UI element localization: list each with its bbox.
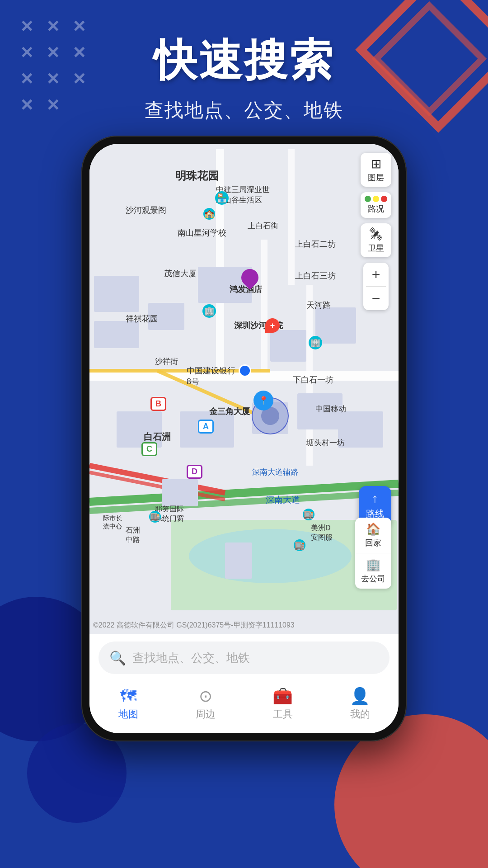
map-label-tangcun: 塘头村一坊 <box>306 438 345 448</box>
tab-nearby-label: 周边 <box>196 708 216 721</box>
zoom-in-button[interactable]: + <box>363 263 389 286</box>
svg-rect-4 <box>216 149 224 375</box>
map-label-shennan-fu: 深南大道辅路 <box>252 467 298 477</box>
map-controls: ⊞ 图层 路况 🛰 卫星 <box>361 153 391 310</box>
satellite-control[interactable]: 🛰 卫星 <box>361 223 391 257</box>
sub-title: 查找地点、公交、地铁 <box>145 98 343 123</box>
nearby-tab-icon: ⊙ <box>199 687 212 706</box>
svg-rect-25 <box>162 479 198 506</box>
map-label-maoxin: 茂信大厦 <box>164 268 197 279</box>
search-bar[interactable]: 🔍 查找地点、公交、地铁 <box>99 642 389 674</box>
layers-icon: ⊞ <box>371 156 381 171</box>
zoom-out-button[interactable]: − <box>363 287 389 310</box>
tab-mine-label: 我的 <box>350 708 370 721</box>
map-label-xiangqi: 祥祺花园 <box>126 313 158 324</box>
poi-pin-hospital[interactable]: + <box>265 318 280 333</box>
map-tab-icon: 🗺 <box>120 687 136 706</box>
tab-map-label: 地图 <box>118 708 138 721</box>
home-icon: 🏠 <box>366 522 380 536</box>
map-label-shizhou: 石洲中路 <box>126 526 140 545</box>
svg-rect-18 <box>270 330 306 362</box>
main-title: 快速搜索 <box>154 32 334 90</box>
svg-rect-15 <box>94 321 139 348</box>
svg-rect-7 <box>261 240 267 375</box>
svg-rect-19 <box>315 307 356 344</box>
map-label-meiz: 美洲D安图服 <box>311 524 333 542</box>
phone-mockup: B A C D 明珠花园 沙河观景阁 中建三局深业世纪山谷生活区 南山星河学校 … <box>81 136 407 741</box>
route-icon: ↑ <box>372 491 378 506</box>
svg-rect-24 <box>338 411 383 448</box>
home-shortcut[interactable]: 🏠 回家 <box>355 518 391 553</box>
tab-tools[interactable]: 🧰 工具 <box>244 687 321 725</box>
poi-pin-2[interactable]: 🏢 <box>202 304 216 318</box>
metro-badge-C: C <box>141 442 157 456</box>
poi-pin-1[interactable]: 🏪 <box>215 191 229 205</box>
map-label-shahe: 沙河观景阁 <box>126 205 166 216</box>
company-shortcut[interactable]: 🏢 去公司 <box>355 553 391 589</box>
map-label-bs3: 上白石三坊 <box>295 270 336 281</box>
header-area: 快速搜索 查找地点、公交、地铁 <box>0 0 488 123</box>
map-label-bs2: 上白石二坊 <box>295 239 336 250</box>
map-area[interactable]: B A C D 明珠花园 沙河观景阁 中建三局深业世纪山谷生活区 南山星河学校 … <box>89 144 399 634</box>
satellite-icon: 🛰 <box>370 227 382 242</box>
zoom-controls: + − <box>363 263 389 310</box>
poi-pin-7[interactable]: 🏬 <box>294 539 305 551</box>
map-label-bank: 中国建设银行8号 <box>187 365 235 387</box>
tab-map[interactable]: 🗺 地图 <box>89 687 167 725</box>
svg-rect-5 <box>288 149 295 285</box>
company-label: 去公司 <box>361 573 385 584</box>
building-icon: 🏢 <box>366 558 380 572</box>
layer-control[interactable]: ⊞ 图层 <box>361 153 391 187</box>
phone-frame: B A C D 明珠花园 沙河观景阁 中建三局深业世纪山谷生活区 南山星河学校 … <box>81 136 407 741</box>
map-label-jinsanjiao: 金三角大厦 <box>209 406 250 417</box>
tab-tools-label: 工具 <box>273 708 293 721</box>
search-icon: 🔍 <box>109 650 126 666</box>
map-label-mingzhu: 明珠花园 <box>175 169 219 183</box>
map-svg <box>89 144 399 634</box>
traffic-control[interactable]: 路况 <box>361 192 391 218</box>
svg-rect-26 <box>225 542 252 579</box>
poi-pin-6[interactable]: 🏬 <box>303 509 314 520</box>
poi-pin-3[interactable]: 🏢 <box>309 336 322 349</box>
location-dot <box>239 364 251 377</box>
search-placeholder: 查找地点、公交、地铁 <box>132 650 250 666</box>
tab-nearby[interactable]: ⊙ 周边 <box>167 687 244 725</box>
poi-pin-5[interactable]: 🏬 <box>149 511 161 523</box>
tools-tab-icon: 🧰 <box>272 687 293 706</box>
home-label: 回家 <box>365 538 381 548</box>
metro-badge-D: D <box>187 465 202 479</box>
map-label-market: 际市长流中心 <box>103 514 122 531</box>
mine-tab-icon: 👤 <box>350 687 370 706</box>
svg-rect-14 <box>94 276 139 312</box>
map-label-shennan: 深南大道 <box>266 494 300 506</box>
map-label-shaxiang: 沙祥街 <box>155 356 178 367</box>
map-label-bs-street: 上白石街 <box>248 221 278 231</box>
tab-bar: 🗺 地图 ⊙ 周边 🧰 工具 👤 我的 <box>89 678 399 733</box>
metro-badge-B: B <box>150 397 166 411</box>
phone-screen: B A C D 明珠花园 沙河观景阁 中建三局深业世纪山谷生活区 南山星河学校 … <box>89 144 399 733</box>
map-watermark: ©2022 高德软件有限公司 GS(2021)6375号-甲测资字1111109… <box>93 621 295 630</box>
map-label-baishizhou: 白石洲 <box>144 431 171 443</box>
shortcut-buttons: 🏠 回家 🏢 去公司 <box>355 518 391 589</box>
map-label-mobile: 中国移动 <box>315 404 346 414</box>
map-label-bs1: 下白石一坊 <box>293 374 333 385</box>
metro-badge-A: A <box>198 420 214 434</box>
poi-pin-center[interactable]: 📍 <box>253 391 273 410</box>
map-label-tianhe: 天河路 <box>306 300 331 311</box>
traffic-dots <box>365 196 387 202</box>
tab-mine[interactable]: 👤 我的 <box>321 687 399 725</box>
phone-bottom-bar: 🔍 查找地点、公交、地铁 🗺 地图 ⊙ 周边 🧰 工具 <box>89 634 399 733</box>
poi-pin-4[interactable]: 🏫 <box>203 208 215 220</box>
map-label-school: 南山星河学校 <box>178 227 226 238</box>
